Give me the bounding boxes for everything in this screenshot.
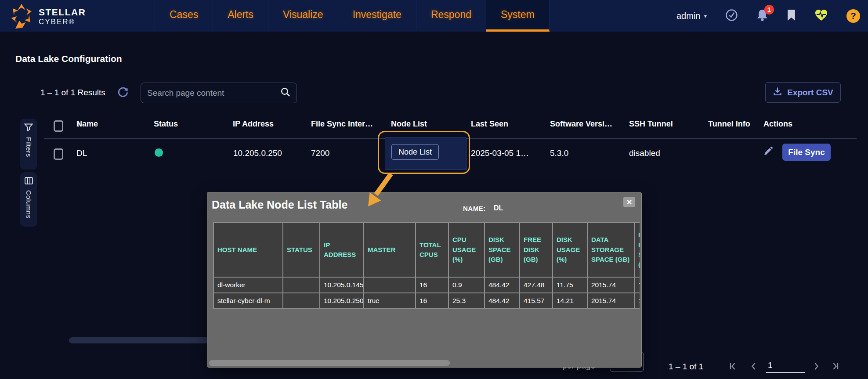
cell-software-version: 5.3.0	[550, 148, 568, 158]
results-count: 1 – 1 of 1 Results	[40, 88, 105, 97]
next-page-button[interactable]	[811, 361, 821, 373]
last-page-button[interactable]	[830, 361, 841, 373]
node-free-disk: 415.57	[520, 293, 553, 309]
page-number-input[interactable]	[766, 360, 805, 373]
cell-last-seen: 2025-03-05 1…	[471, 148, 529, 158]
node-ip: 10.205.0.250	[320, 293, 364, 309]
bookmarks-button[interactable]	[787, 9, 796, 23]
nav-item-visualize[interactable]: Visualize	[268, 0, 338, 32]
help-icon: ?	[846, 9, 860, 23]
column-header-last-seen[interactable]: Last Seen	[471, 119, 508, 129]
node-col-clipped: F D S (	[634, 223, 640, 277]
cell-name: DL	[76, 148, 87, 158]
brand-text: STELLAR CYBER®	[39, 7, 86, 26]
node-ip: 10.205.0.145	[320, 277, 364, 293]
column-header-status[interactable]: Status	[154, 119, 178, 129]
first-page-button[interactable]	[727, 361, 738, 373]
node-col-disk-space: DISK SPACE (GB)	[485, 223, 520, 277]
modal-title: Data Lake Node List Table	[212, 199, 347, 211]
status-dot	[155, 148, 163, 157]
node-row: stellar-cyber-dl-m 10.205.0.250 true 16 …	[213, 293, 640, 309]
search-icon[interactable]	[280, 87, 290, 99]
prev-page-button[interactable]	[749, 361, 759, 373]
cell-ssh-tunnel: disabled	[629, 148, 660, 158]
node-col-cpu-usage: CPU USAGE (%)	[448, 223, 485, 277]
main-menu: Cases Alerts Visualize Investigate Respo…	[155, 0, 550, 32]
stellar-logo-icon	[10, 3, 33, 30]
node-free-disk: 427.48	[520, 277, 553, 293]
row-checkbox[interactable]	[54, 148, 63, 160]
close-button[interactable]: ✕	[623, 197, 635, 207]
brand[interactable]: STELLAR CYBER®	[10, 3, 86, 30]
bookmark-icon	[787, 9, 796, 23]
export-csv-label: Export CSV	[787, 88, 833, 97]
table-row[interactable]: DL 10.205.0.250 7200 Node List 2025-03-0…	[0, 139, 868, 173]
nav-item-respond[interactable]: Respond	[416, 0, 486, 32]
search-input[interactable]	[147, 88, 280, 98]
node-total-cpus: 16	[416, 293, 448, 309]
select-all-checkbox[interactable]	[54, 120, 63, 132]
node-cpu-usage: 25.3	[448, 293, 485, 309]
help-button[interactable]: ?	[846, 9, 860, 23]
modal-horizontal-scrollbar[interactable]	[209, 360, 450, 366]
edit-button[interactable]	[763, 146, 774, 159]
node-col-data-storage: DATA STORAGE SPACE (GB)	[587, 223, 634, 277]
columns-icon	[25, 177, 33, 186]
column-header-software[interactable]: Software Versi…	[550, 119, 612, 129]
file-sync-button[interactable]: File Sync	[782, 144, 831, 161]
pagination-range: 1 – 1 of 1	[669, 362, 703, 372]
node-col-status: STATUS	[283, 223, 320, 277]
columns-tab-label: Columns	[25, 190, 33, 219]
node-col-free-disk: FREE DISK (GB)	[520, 223, 553, 277]
node-list-table: HOST NAME STATUS IP ADDRESS MASTER TOTAL…	[213, 222, 640, 309]
node-disk-space: 484.42	[485, 277, 520, 293]
column-header-file-sync[interactable]: File Sync Inter…	[311, 119, 373, 129]
user-label: admin	[676, 11, 700, 21]
check-circle-icon	[725, 9, 738, 23]
node-host-name: stellar-cyber-dl-m	[213, 293, 283, 309]
node-table-header-row: HOST NAME STATUS IP ADDRESS MASTER TOTAL…	[213, 223, 640, 277]
refresh-icon	[117, 92, 129, 100]
node-status	[283, 277, 320, 293]
modal-name-label: NAME:	[463, 205, 486, 212]
node-data-storage: 2015.74	[587, 277, 634, 293]
brand-line2: CYBER®	[39, 18, 86, 26]
system-health-button[interactable]	[814, 9, 828, 23]
sort-asc-icon: ↑	[76, 119, 80, 129]
notification-badge: 1	[764, 5, 774, 14]
notifications-button[interactable]: 1	[756, 9, 768, 23]
node-list-table-wrapper: HOST NAME STATUS IP ADDRESS MASTER TOTAL…	[213, 222, 640, 313]
node-total-cpus: 16	[416, 277, 448, 293]
node-row: dl-worker 10.205.0.145 16 0.9 484.42 427…	[213, 277, 640, 293]
node-clipped: 1	[634, 277, 640, 293]
node-clipped: 1	[634, 293, 640, 309]
refresh-button[interactable]	[117, 87, 129, 100]
nav-item-alerts[interactable]: Alerts	[213, 0, 268, 32]
export-csv-button[interactable]: Export CSV	[765, 82, 841, 103]
node-col-ip-address: IP ADDRESS	[320, 223, 364, 277]
nav-item-system[interactable]: System	[486, 0, 550, 32]
search-box	[141, 83, 297, 103]
page-title: Data Lake Configuration	[15, 54, 122, 64]
column-header-node-list[interactable]: Node List	[391, 119, 427, 129]
column-header-tunnel-info[interactable]: Tunnel Info	[708, 119, 750, 129]
table-header-row: Name ↑ Status IP Address File Sync Inter…	[0, 119, 868, 137]
nav-item-cases[interactable]: Cases	[155, 0, 213, 32]
node-master	[364, 277, 416, 293]
column-header-ssh-tunnel[interactable]: SSH Tunnel	[629, 119, 673, 129]
node-col-host-name: HOST NAME	[213, 223, 283, 277]
node-status	[283, 293, 320, 309]
column-header-ip[interactable]: IP Address	[233, 119, 274, 129]
top-nav: STELLAR CYBER® Cases Alerts Visualize In…	[0, 0, 868, 32]
download-icon	[773, 87, 782, 98]
columns-tab[interactable]: Columns	[20, 172, 37, 227]
node-disk-usage: 14.21	[553, 293, 587, 309]
node-master: true	[364, 293, 416, 309]
user-menu[interactable]: admin ▾	[676, 11, 707, 21]
brand-line1: STELLAR	[39, 7, 86, 18]
nav-item-investigate[interactable]: Investigate	[338, 0, 416, 32]
tasks-status-button[interactable]	[725, 9, 738, 23]
modal-name-value: DL	[494, 204, 503, 212]
node-list-button[interactable]: Node List	[391, 144, 439, 160]
node-disk-space: 484.42	[485, 293, 520, 309]
